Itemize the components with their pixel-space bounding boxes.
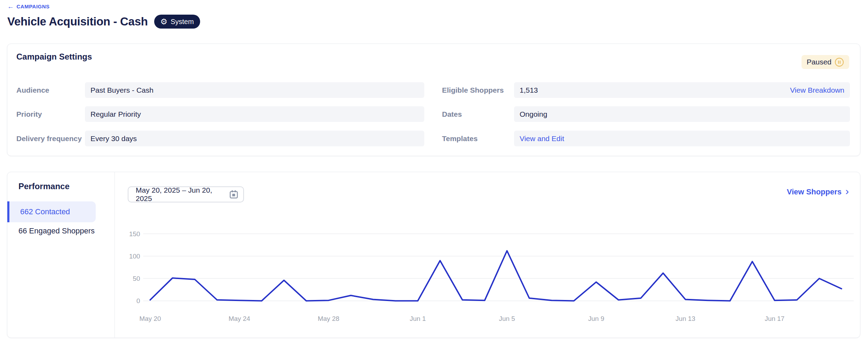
page-header: Vehicle Acquisition - Cash ⚙ System	[7, 15, 200, 29]
date-range-picker[interactable]: May 20, 2025 – Jun 20, 2025	[128, 186, 244, 202]
view-shoppers-link[interactable]: View Shoppers ›	[787, 187, 849, 196]
performance-heading: Performance	[18, 182, 70, 191]
pause-circle-icon	[835, 57, 844, 67]
chevron-right-icon: ›	[845, 188, 849, 196]
svg-text:Jun 1: Jun 1	[410, 315, 426, 322]
priority-value-text: Regular Priority	[90, 110, 141, 118]
delivery-frequency-value-text: Every 30 days	[90, 134, 137, 143]
tab-contacted-label: 662 Contacted	[20, 207, 70, 216]
view-breakdown-link[interactable]: View Breakdown	[790, 86, 844, 94]
eligible-shoppers-count: 1,513	[520, 86, 538, 94]
svg-text:0: 0	[136, 297, 140, 304]
templates-label: Templates	[442, 131, 478, 146]
tab-engaged-shoppers[interactable]: 66 Engaged Shoppers	[7, 222, 96, 240]
svg-text:Jun 9: Jun 9	[588, 315, 604, 322]
eligible-shoppers-value: 1,513 View Breakdown	[514, 82, 850, 98]
svg-text:150: 150	[129, 230, 140, 238]
priority-label: Priority	[16, 106, 42, 122]
paused-status-badge[interactable]: Paused	[802, 55, 849, 69]
delivery-frequency-value: Every 30 days	[85, 131, 424, 146]
campaign-settings-card: Campaign Settings Paused Audience Past B…	[7, 44, 860, 156]
date-range-value: May 20, 2025 – Jun 20, 2025	[136, 186, 229, 203]
view-shoppers-label: View Shoppers	[787, 187, 842, 196]
view-and-edit-link[interactable]: View and Edit	[520, 134, 564, 143]
gear-icon: ⚙	[160, 18, 168, 26]
templates-value: View and Edit	[514, 131, 850, 146]
paused-label: Paused	[807, 58, 831, 66]
sidebar-divider	[115, 172, 115, 338]
svg-text:Jun 13: Jun 13	[676, 315, 695, 322]
svg-text:100: 100	[129, 253, 140, 260]
system-badge-label: System	[171, 18, 194, 26]
breadcrumb-label: CAMPAIGNS	[17, 3, 50, 9]
dates-value: Ongoing	[514, 106, 850, 122]
delivery-frequency-label: Delivery frequency	[16, 131, 82, 146]
tab-engaged-shoppers-label: 66 Engaged Shoppers	[18, 226, 95, 236]
system-badge: ⚙ System	[154, 15, 200, 29]
tab-contacted[interactable]: 662 Contacted	[7, 201, 96, 222]
svg-text:May 24: May 24	[229, 315, 250, 322]
svg-text:May 20: May 20	[139, 315, 161, 322]
dates-value-text: Ongoing	[520, 110, 547, 118]
breadcrumb-campaigns-link[interactable]: ← CAMPAIGNS	[7, 3, 50, 10]
svg-text:Jun 5: Jun 5	[499, 315, 515, 322]
priority-value: Regular Priority	[85, 106, 424, 122]
svg-text:Jun 17: Jun 17	[765, 315, 784, 322]
page-title: Vehicle Acquisition - Cash	[7, 15, 148, 28]
eligible-shoppers-label: Eligible Shoppers	[442, 82, 504, 98]
audience-value-text: Past Buyers - Cash	[90, 86, 153, 94]
svg-text:May 28: May 28	[318, 315, 339, 322]
performance-card: Performance 662 Contacted 66 Engaged Sho…	[7, 172, 860, 338]
audience-label: Audience	[16, 82, 49, 98]
dates-label: Dates	[442, 106, 462, 122]
audience-value: Past Buyers - Cash	[85, 82, 424, 98]
svg-text:50: 50	[133, 275, 140, 282]
back-arrow-icon: ←	[7, 3, 14, 10]
campaign-settings-heading: Campaign Settings	[16, 52, 92, 62]
calendar-icon	[229, 189, 239, 200]
